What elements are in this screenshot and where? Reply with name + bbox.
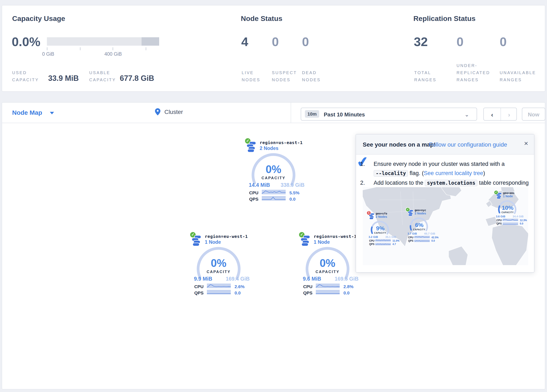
configuration-guide-link[interactable]: Follow our configuration guide (429, 141, 507, 148)
gauge-capacity-label: CAPACITY (291, 270, 364, 274)
used-capacity-value: 33.9 MiB (48, 74, 79, 83)
geo-nodes-link[interactable]: 1 Node (503, 195, 513, 198)
cpu-sparkline (375, 239, 391, 242)
region-nodes-link[interactable]: 1 Node (205, 240, 221, 245)
cpu-value: 42.5% (431, 236, 438, 239)
total-ranges-label: TOTAL RANGES (414, 69, 437, 83)
toolbar-divider (291, 103, 291, 123)
africa-shape (492, 223, 528, 265)
cpu-sparkline (503, 219, 518, 221)
gauge-capacity-label: CAPACITY (363, 232, 400, 234)
total-ranges-value: 32 (414, 35, 428, 49)
used-value: 9.9 MiB (194, 276, 212, 282)
gauge-capacity-label: CAPACITY (400, 228, 438, 231)
cpu-sparkline (414, 236, 430, 238)
view-selector-dropdown[interactable]: Node Map (12, 109, 54, 116)
panel-title: See your nodes on a map! (363, 141, 436, 148)
used-value: 3.6 GiB (496, 215, 505, 218)
close-icon[interactable]: × (524, 139, 528, 148)
cpu-value: 11.0% (392, 239, 399, 242)
database-nodes-icon (247, 142, 256, 152)
geo-nodes-link[interactable]: 2 Nodes (376, 215, 387, 218)
geo-group-ams: ✓ geo=ams 1 Node 10% CAPACITY 3.6 GiB 34… (488, 188, 527, 227)
database-nodes-icon (408, 210, 413, 216)
geo-label: geo=ams (503, 191, 514, 195)
qps-label: QPS (495, 222, 502, 225)
suspect-nodes-value: 0 (272, 35, 279, 49)
gauge-capacity-label: CAPACITY (237, 176, 310, 180)
page-footer-strip (0, 390, 547, 392)
cpu-sparkline (262, 190, 286, 194)
region-nodes-link[interactable]: 2 Nodes (260, 146, 279, 151)
usable-value: 65.7 GiB (422, 232, 435, 235)
now-button[interactable]: Now (522, 108, 545, 121)
caret-down-icon (50, 112, 54, 114)
time-range-dropdown[interactable]: 10m Past 10 Minutes ⌄ (301, 108, 477, 121)
axis-tick-label: 0 GiB (36, 52, 60, 56)
gauge-percent: 6% (400, 221, 438, 228)
capacity-usage-title: Capacity Usage (12, 15, 65, 23)
qps-sparkline (503, 222, 518, 225)
gauge-percent: 10% (488, 204, 527, 211)
gauge-capacity-label: CAPACITY (488, 211, 527, 213)
used-value: 9.6 MiB (303, 276, 321, 282)
usable-value: 338.9 GiB (275, 182, 305, 188)
qps-value: 0.0 (520, 222, 523, 225)
axis-tick (47, 47, 47, 50)
region-label: region=us-west-1 (314, 234, 357, 239)
unavailable-ranges-label: UNAVAILABLE RANGES (500, 69, 536, 83)
gauge-percent: 0% (291, 257, 364, 270)
cpu-value: 2.6% (234, 284, 245, 289)
axis-tick (80, 47, 80, 50)
time-forward-button[interactable]: › (501, 108, 517, 121)
qps-label: QPS (299, 290, 313, 295)
qps-label: QPS (245, 196, 258, 201)
geo-nodes-link[interactable]: 2 Nodes (415, 212, 426, 215)
region-group-us-west-1: ✓ region=us-west-1 1 Node 0% CAPACITY 9.… (291, 231, 364, 299)
live-nodes-value: 4 (241, 35, 248, 49)
time-nav-group: ‹ › (483, 108, 517, 121)
cpu-value: 5.5% (289, 190, 300, 195)
cpu-label: CPU (190, 284, 204, 289)
replication-status-title: Replication Status (413, 15, 476, 23)
database-nodes-icon (301, 235, 310, 246)
geo-group-sfo: 1 geo=sfo 2 Nodes 9% CAPACITY 3.2 GiB 35… (363, 209, 400, 248)
geo-group-nyc: ✓ geo=nyc 2 Nodes 6% CAPACITY 3.7 GiB 65… (400, 206, 438, 244)
region-group-eu-west-1: ✓ region=eu-west-1 1 Node 0% CAPACITY 9.… (182, 231, 255, 299)
system-locations-code: system.locations (425, 180, 478, 186)
chevron-right-icon: › (508, 111, 510, 118)
time-range-label: Past 10 Minutes (324, 111, 365, 118)
panel-header: See your nodes on a map! Follow our conf… (356, 134, 534, 155)
time-range-badge: 10m (305, 110, 319, 118)
node-status-title: Node Status (241, 15, 282, 23)
cpu-label: CPU (245, 190, 258, 195)
locality-tree-link[interactable]: See current locality tree (424, 170, 483, 176)
cluster-overview-page: Capacity Usage 0.0% 0 GiB 400 GiB USED C… (0, 0, 547, 392)
qps-label: QPS (407, 240, 413, 242)
usable-value: 169.4 GiB (220, 276, 250, 282)
node-map-toolbar: Node Map Cluster 10m Past 10 Minutes ⌄ (2, 103, 545, 123)
qps-label: QPS (368, 243, 375, 245)
region-nodes-link[interactable]: 1 Node (314, 240, 330, 245)
used-value: 3.7 GiB (408, 232, 417, 235)
axis-tick-label: 400 GiB (99, 52, 127, 56)
gauge-capacity-label: CAPACITY (182, 270, 255, 274)
breadcrumb[interactable]: Cluster (155, 108, 183, 116)
usable-value: 35.1 GiB (383, 235, 396, 238)
qps-sparkline (262, 196, 286, 201)
qps-sparkline (375, 243, 391, 245)
database-nodes-icon (192, 235, 201, 246)
south-america-shape (449, 246, 468, 265)
qps-value: 0.0 (431, 240, 435, 242)
geo-label: geo=sfo (376, 212, 387, 215)
qps-value: 0.0 (234, 290, 241, 295)
cpu-value: 12.3% (520, 219, 527, 221)
breadcrumb-label: Cluster (164, 109, 183, 115)
capacity-used-percent: 0.0% (12, 35, 41, 49)
cpu-label: CPU (368, 239, 375, 242)
gauge-percent: 0% (182, 257, 255, 270)
time-back-button[interactable]: ‹ (484, 108, 500, 121)
database-nodes-icon (369, 213, 375, 220)
live-nodes-label: LIVE NODES (242, 69, 260, 83)
cpu-value: 2.8% (343, 284, 354, 289)
